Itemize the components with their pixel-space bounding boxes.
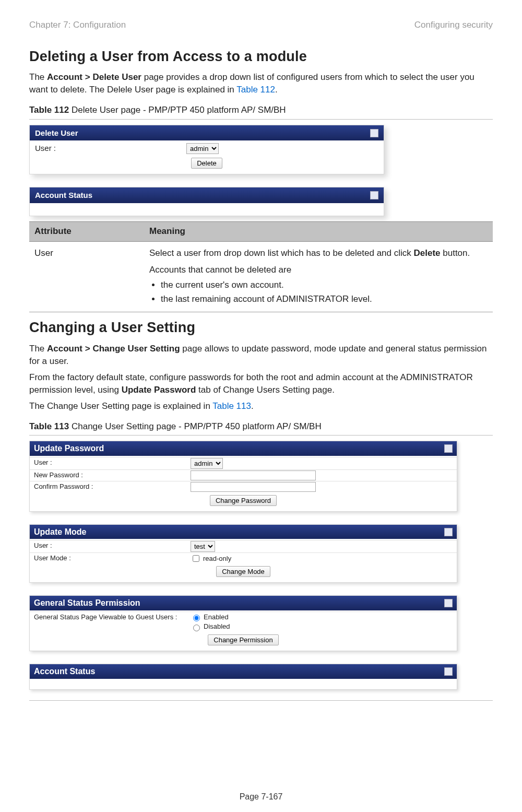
link-table-112[interactable]: Table 112	[236, 85, 275, 95]
select-update-mode-user[interactable]: test	[191, 541, 215, 552]
th-meaning: Meaning	[144, 222, 493, 242]
intro-paragraph-delete-user: The Account > Delete User page provides …	[29, 71, 493, 97]
caption-table-113: Table 113 Change User Setting page - PMP…	[29, 420, 493, 433]
caption-number: Table 112	[29, 105, 69, 115]
section-title-change-user-setting: Changing a User Setting	[29, 317, 493, 338]
change-permission-button[interactable]: Change Permission	[208, 634, 278, 645]
text-fragment: Select a user from drop down list which …	[149, 248, 414, 258]
caption-table-112: Table 112 Delete User page - PMP/PTP 450…	[29, 104, 493, 117]
cell-attribute: User	[29, 241, 144, 312]
label-user: User :	[35, 143, 186, 154]
panel-update-mode: Update Mode User : test User Mode :	[29, 524, 457, 583]
select-delete-user[interactable]: admin	[186, 143, 219, 154]
paragraph-change-user-2: From the factory default state, configur…	[29, 371, 493, 397]
caption-text: Delete User page - PMP/PTP 450 platform …	[69, 105, 286, 115]
text-fragment: .	[275, 85, 278, 95]
text-fragment: The Change User Setting page is explaine…	[29, 401, 212, 411]
panel-delete-user: Delete User User : admin Delete	[29, 125, 384, 175]
text-strong: Account > Delete User	[47, 72, 141, 82]
label-user-mode: User Mode :	[34, 554, 191, 563]
panel-title: Update Password	[34, 442, 104, 454]
list-item: the last remaining account of ADMINISTRA…	[161, 293, 488, 306]
text-fragment: The	[29, 72, 47, 82]
panel-account-status: Account Status	[29, 187, 384, 216]
caption-text: Change User Setting page - PMP/PTP 450 p…	[69, 421, 321, 431]
text-strong: Account > Change User Setting	[47, 344, 180, 354]
panel-title: General Status Permission	[34, 597, 140, 609]
text-fragment: .	[251, 401, 254, 411]
collapse-icon[interactable]	[444, 444, 453, 453]
input-new-password[interactable]	[191, 470, 316, 480]
change-mode-button[interactable]: Change Mode	[216, 566, 270, 577]
page-number: Page 7-167	[0, 791, 522, 803]
table-attribute-meaning: Attribute Meaning User Select a user fro…	[29, 221, 493, 312]
panel-title: Account Status	[35, 190, 92, 201]
text-fragment: The	[29, 344, 47, 354]
link-table-113[interactable]: Table 113	[212, 401, 251, 411]
collapse-icon[interactable]	[444, 599, 453, 607]
collapse-icon[interactable]	[444, 528, 453, 536]
header-right: Configuring security	[414, 19, 493, 32]
panel-update-password: Update Password User : admin New Passwor…	[29, 441, 457, 512]
delete-button[interactable]: Delete	[191, 158, 222, 169]
label-user: User :	[34, 541, 191, 552]
panel-title: Update Mode	[34, 526, 86, 538]
checkbox-label: read-only	[203, 554, 231, 564]
paragraph-change-user-3: The Change User Setting page is explaine…	[29, 400, 493, 413]
rule	[29, 435, 493, 436]
label-confirm-password: Confirm Password :	[34, 482, 191, 492]
panel-general-status-permission-header: General Status Permission	[30, 596, 457, 610]
text-fragment: tab of Change Users Setting page.	[196, 385, 335, 395]
list-item: the current user's own account.	[161, 279, 488, 292]
collapse-icon[interactable]	[370, 129, 378, 137]
caption-number: Table 113	[29, 421, 69, 431]
collapse-icon[interactable]	[444, 667, 453, 676]
section-title-delete-user: Deleting a User from Access to a module	[29, 46, 493, 67]
radio-disabled[interactable]	[193, 625, 200, 631]
page-header: Chapter 7: Configuration Configuring sec…	[29, 19, 493, 32]
panel-update-password-header: Update Password	[30, 441, 457, 455]
text-strong: Delete	[414, 248, 441, 258]
input-read-only[interactable]	[193, 555, 199, 562]
change-password-button[interactable]: Change Password	[210, 495, 277, 506]
rule	[29, 119, 493, 120]
radio-label: Disabled	[204, 622, 230, 632]
cell-meaning: Select a user from drop down list which …	[144, 241, 493, 312]
panel-update-mode-header: Update Mode	[30, 525, 457, 539]
panel-account-status-2-header: Account Status	[30, 664, 457, 678]
label-user: User :	[34, 458, 191, 469]
panel-account-status-header: Account Status	[30, 187, 384, 203]
radio-enabled[interactable]	[193, 615, 200, 621]
label-general-status: General Status Page Viewable to Guest Us…	[34, 613, 191, 632]
collapse-icon[interactable]	[370, 191, 378, 199]
paragraph-change-user-1: The Account > Change User Setting page a…	[29, 343, 493, 368]
text-strong: Update Password	[122, 385, 196, 395]
panel-general-status-permission: General Status Permission General Status…	[29, 595, 457, 651]
panel-title: Account Status	[34, 665, 95, 677]
input-confirm-password[interactable]	[191, 482, 316, 492]
text-fragment: Accounts that cannot be deleted are	[149, 265, 291, 275]
panel-title: Delete User	[35, 127, 78, 139]
table-row: User Select a user from drop down list w…	[29, 241, 493, 312]
panel-delete-user-header: Delete User	[30, 125, 384, 141]
checkbox-read-only[interactable]: read-only	[191, 554, 453, 563]
label-new-password: New Password :	[34, 470, 191, 481]
footer-rule	[29, 700, 493, 701]
panel-account-status-2: Account Status	[29, 664, 457, 689]
text-fragment: button.	[441, 248, 470, 258]
header-left: Chapter 7: Configuration	[29, 19, 126, 32]
select-update-password-user[interactable]: admin	[191, 458, 223, 469]
th-attribute: Attribute	[29, 222, 144, 242]
radio-label: Enabled	[204, 613, 229, 622]
